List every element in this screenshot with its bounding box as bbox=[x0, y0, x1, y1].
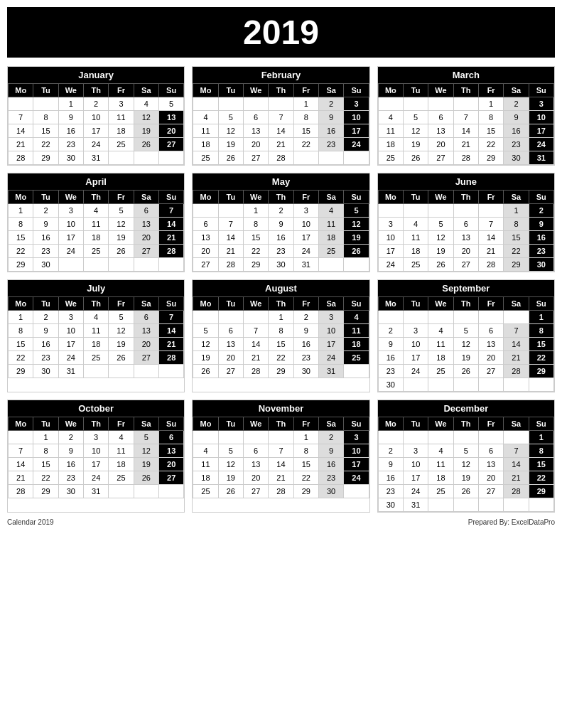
day-cell bbox=[158, 258, 183, 272]
day-cell: 6 bbox=[478, 324, 503, 338]
day-header: We bbox=[428, 297, 453, 311]
day-cell: 9 bbox=[33, 324, 58, 338]
day-cell bbox=[243, 431, 268, 444]
day-cell: 3 bbox=[109, 97, 134, 111]
day-header: Th bbox=[83, 417, 108, 431]
day-cell: 17 bbox=[293, 231, 318, 245]
day-cell: 28 bbox=[504, 485, 529, 498]
day-cell: 27 bbox=[453, 258, 478, 272]
month-block-december: DecemberMoTuWeThFrSaSu123456789101112131… bbox=[377, 400, 555, 513]
day-cell: 2 bbox=[83, 97, 108, 111]
day-cell: 24 bbox=[83, 471, 108, 485]
day-cell: 5 bbox=[453, 324, 478, 338]
day-header: Tu bbox=[403, 84, 428, 97]
day-cell: 7 bbox=[9, 111, 33, 124]
day-cell: 29 bbox=[33, 151, 58, 165]
day-cell bbox=[344, 485, 369, 498]
day-cell: 3 bbox=[58, 204, 83, 218]
day-cell: 8 bbox=[243, 218, 268, 231]
day-cell: 2 bbox=[33, 311, 58, 324]
day-cell bbox=[478, 311, 503, 324]
day-header: Su bbox=[158, 191, 183, 204]
month-block-february: FebruaryMoTuWeThFrSaSu123456789101112131… bbox=[192, 66, 369, 166]
day-cell: 2 bbox=[293, 311, 318, 324]
month-block-april: AprilMoTuWeThFrSaSu123456789101112131415… bbox=[7, 173, 185, 272]
day-cell bbox=[453, 378, 478, 392]
day-cell: 24 bbox=[403, 365, 428, 378]
day-cell: 27 bbox=[134, 245, 158, 258]
day-cell bbox=[453, 311, 478, 324]
day-cell: 8 bbox=[529, 324, 553, 338]
day-cell: 28 bbox=[453, 151, 478, 165]
day-cell: 9 bbox=[269, 218, 293, 231]
month-title: March bbox=[378, 67, 554, 83]
footer-right: Prepared By: ExcelDataPro bbox=[468, 518, 555, 526]
day-cell: 11 bbox=[403, 231, 428, 245]
day-cell: 17 bbox=[58, 338, 83, 351]
day-cell: 14 bbox=[453, 124, 478, 138]
month-table: MoTuWeThFrSaSu12345678910111213141516171… bbox=[193, 83, 369, 165]
day-cell: 28 bbox=[158, 245, 183, 258]
day-cell: 12 bbox=[428, 231, 453, 245]
day-header: Th bbox=[269, 297, 293, 311]
day-cell: 6 bbox=[218, 324, 243, 338]
day-cell: 22 bbox=[293, 471, 318, 485]
day-cell bbox=[109, 365, 134, 378]
day-cell: 22 bbox=[529, 351, 553, 365]
day-cell bbox=[134, 151, 158, 165]
day-cell: 11 bbox=[344, 324, 369, 338]
day-cell: 24 bbox=[58, 245, 83, 258]
day-header: Tu bbox=[33, 417, 58, 431]
day-cell: 2 bbox=[33, 204, 58, 218]
day-cell: 15 bbox=[9, 338, 33, 351]
day-header: Fr bbox=[109, 84, 134, 97]
day-cell bbox=[478, 498, 503, 512]
day-header: We bbox=[58, 84, 83, 97]
month-title: October bbox=[8, 400, 184, 417]
day-cell: 31 bbox=[529, 151, 553, 165]
day-cell: 3 bbox=[293, 204, 318, 218]
day-cell: 15 bbox=[529, 458, 553, 471]
day-cell: 1 bbox=[478, 97, 503, 111]
day-cell: 15 bbox=[33, 124, 58, 138]
day-cell: 9 bbox=[378, 458, 403, 471]
day-cell bbox=[378, 97, 403, 111]
day-cell: 19 bbox=[344, 231, 369, 245]
day-cell: 21 bbox=[504, 471, 529, 485]
day-cell bbox=[134, 485, 158, 498]
day-cell: 3 bbox=[378, 218, 403, 231]
day-cell: 19 bbox=[453, 471, 478, 485]
day-cell bbox=[58, 258, 83, 272]
day-cell: 26 bbox=[453, 365, 478, 378]
day-header: Tu bbox=[218, 417, 243, 431]
day-cell: 18 bbox=[193, 471, 218, 485]
day-cell: 29 bbox=[243, 258, 268, 272]
day-header: Fr bbox=[293, 297, 318, 311]
day-cell bbox=[9, 431, 33, 444]
day-cell: 22 bbox=[504, 245, 529, 258]
day-header: Mo bbox=[9, 191, 33, 204]
day-cell: 24 bbox=[58, 351, 83, 365]
day-cell: 27 bbox=[193, 258, 218, 272]
day-cell: 16 bbox=[318, 458, 343, 471]
day-cell: 17 bbox=[83, 458, 108, 471]
day-cell: 1 bbox=[504, 204, 529, 218]
day-cell: 10 bbox=[293, 218, 318, 231]
day-cell: 21 bbox=[9, 471, 33, 485]
day-cell: 28 bbox=[269, 485, 293, 498]
day-cell: 25 bbox=[428, 365, 453, 378]
day-cell: 25 bbox=[193, 151, 218, 165]
day-cell: 28 bbox=[478, 258, 503, 272]
day-header: Sa bbox=[134, 191, 158, 204]
day-cell: 9 bbox=[58, 444, 83, 458]
day-header: We bbox=[58, 417, 83, 431]
day-header: Su bbox=[529, 84, 553, 97]
day-cell: 17 bbox=[529, 124, 553, 138]
day-cell: 22 bbox=[9, 351, 33, 365]
day-cell: 10 bbox=[403, 458, 428, 471]
day-header: We bbox=[428, 417, 453, 431]
day-cell: 31 bbox=[318, 365, 343, 378]
day-cell: 4 bbox=[83, 204, 108, 218]
day-cell: 6 bbox=[158, 431, 183, 444]
day-cell: 22 bbox=[33, 471, 58, 485]
